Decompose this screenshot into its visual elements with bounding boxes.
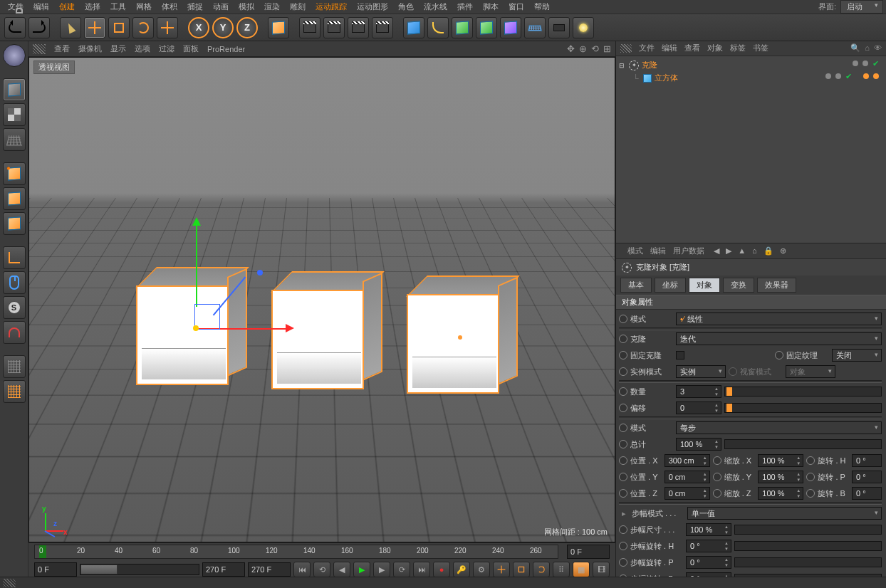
grip-icon[interactable] [33,44,46,54]
move-tool[interactable] [84,17,105,38]
total-slider[interactable] [724,439,882,449]
scale-x-field[interactable]: 100 %▲▼ [758,454,803,467]
add-generator[interactable] [452,17,473,38]
anim-dot[interactable] [806,473,815,481]
render-settings[interactable] [348,17,369,38]
anim-dot[interactable] [775,351,783,359]
vp-menu-options[interactable]: 选项 [135,43,150,54]
menu-anim[interactable]: 动画 [208,1,234,12]
next-key-button[interactable]: ⟳ [393,562,410,577]
enable-check-icon[interactable]: ✔ [872,59,879,68]
expand-icon[interactable]: ⊟ [619,62,626,69]
rot-b-field[interactable]: 0 ° [852,487,882,500]
back-icon[interactable]: ◀ [712,246,721,255]
range-end-field-2[interactable]: 270 F [248,562,291,577]
workplane-tool[interactable] [3,380,26,403]
key-pla-button[interactable]: ▦ [573,562,590,577]
tab-basic[interactable]: 基本 [620,278,652,293]
magnet-tool[interactable] [3,321,26,344]
layer-dot[interactable] [862,61,868,66]
workplane-lock[interactable] [3,355,26,378]
anim-dot[interactable] [713,489,721,498]
menu-volume[interactable]: 体积 [157,1,182,12]
key-options-button[interactable]: ⚙ [473,562,490,577]
pos-y-field[interactable]: 0 cm▲▼ [664,471,710,483]
anim-dot[interactable] [619,404,627,412]
render-view[interactable] [299,17,320,38]
goto-start-button[interactable]: ⏮ [293,562,311,577]
rotate-tool[interactable] [132,17,154,38]
anim-dot[interactable] [619,525,627,534]
pos-x-field[interactable]: 300 cm▲▼ [664,454,710,467]
z-axis-lock[interactable]: Z [236,17,258,38]
search-icon[interactable]: 🔍 [850,43,860,53]
vp-menu-prorender[interactable]: ProRender [207,45,245,53]
pos-z-field[interactable]: 0 cm▲▼ [664,487,710,500]
lock-icon[interactable]: 🔒 [761,246,776,255]
undo-button[interactable] [4,17,26,38]
range-slider[interactable] [80,564,199,575]
fix-texture-dropdown[interactable]: 关闭 [832,349,882,362]
tag-dot[interactable] [873,73,879,79]
snap-toggle[interactable]: S [3,296,26,319]
layer-dot[interactable] [835,73,841,79]
om-tab-view[interactable]: 查看 [684,43,700,53]
steprot-h-field[interactable]: 0 °▲▼ [686,540,731,552]
sound-button[interactable]: 🎞 [593,562,610,577]
om-tab-file[interactable]: 文件 [639,43,655,53]
vp-nav-pan-icon[interactable]: ✥ [567,43,575,54]
range-end-field[interactable]: 270 F [202,562,245,577]
grip-icon[interactable] [620,44,632,53]
up-icon[interactable]: ▲ [736,246,748,255]
stepmode-dropdown[interactable]: 单一值 [687,507,882,520]
key-scale-button[interactable] [513,562,530,577]
vp-nav-zoom-icon[interactable]: ⊕ [579,43,587,54]
perspective-viewport[interactable]: 透视视图 [28,57,615,542]
x-axis-lock[interactable]: X [188,17,209,38]
count-slider[interactable] [724,387,882,397]
am-tab-edit[interactable]: 编辑 [650,246,666,256]
home-icon[interactable]: ⌂ [865,43,870,53]
stepsize-field[interactable]: 100 %▲▼ [686,523,731,536]
key-param-button[interactable]: ⠿ [553,562,570,577]
steprot-p-field[interactable]: 0 °▲▼ [686,556,731,569]
steprot-h-slider[interactable] [734,541,882,551]
add-cube[interactable] [403,17,424,38]
step-mode-dropdown[interactable]: 每步 [676,421,882,434]
anim-dot[interactable] [713,456,721,465]
layer-dot[interactable] [853,61,858,66]
timeline-ruler[interactable]: 020406080100120140160180200220240260 [34,545,558,559]
scale-y-field[interactable]: 100 %▲▼ [758,471,803,483]
anim-dot[interactable] [619,489,627,498]
instance-mode-dropdown[interactable]: 实例 [676,365,726,378]
new-icon[interactable]: ⊕ [778,246,788,255]
om-tab-object[interactable]: 对象 [707,43,723,53]
clone-cube-3[interactable] [407,273,514,394]
tweak-tool[interactable] [3,271,26,294]
om-tab-tags[interactable]: 标签 [730,43,746,53]
add-camera[interactable] [548,17,570,38]
key-pos-button[interactable] [493,562,510,577]
render-region[interactable] [323,17,345,38]
menu-character[interactable]: 角色 [393,1,419,12]
range-start-field[interactable]: 0 F [34,562,77,577]
fix-clone-checkbox[interactable] [676,351,684,359]
rot-h-field[interactable]: 0 ° [852,454,882,467]
autokey-button[interactable]: 🔑 [453,562,470,577]
expand-icon[interactable]: ▸ [619,509,629,518]
prev-key-button[interactable]: ⟲ [313,562,330,577]
grip-icon[interactable] [3,579,16,587]
anim-dot[interactable] [713,473,721,481]
select-tool[interactable] [60,17,81,38]
tab-object[interactable]: 对象 [689,278,720,293]
clone-dropdown[interactable]: 迭代 [676,332,882,345]
menu-create[interactable]: 创建 [54,1,80,12]
vp-nav-orbit-icon[interactable]: ⟲ [591,43,599,54]
tag-dot[interactable] [863,73,869,79]
menu-mograph[interactable]: 运动图形 [352,1,393,12]
tree-row-cloner[interactable]: ⊟ 克隆 ✔ [619,59,883,72]
vp-menu-panel[interactable]: 面板 [183,43,199,54]
object-tree[interactable]: ⊟ 克隆 ✔ └ 立方体 ✔ [616,56,886,243]
axis-tool[interactable] [3,246,26,269]
layout-dropdown[interactable]: 启动 [840,0,883,14]
